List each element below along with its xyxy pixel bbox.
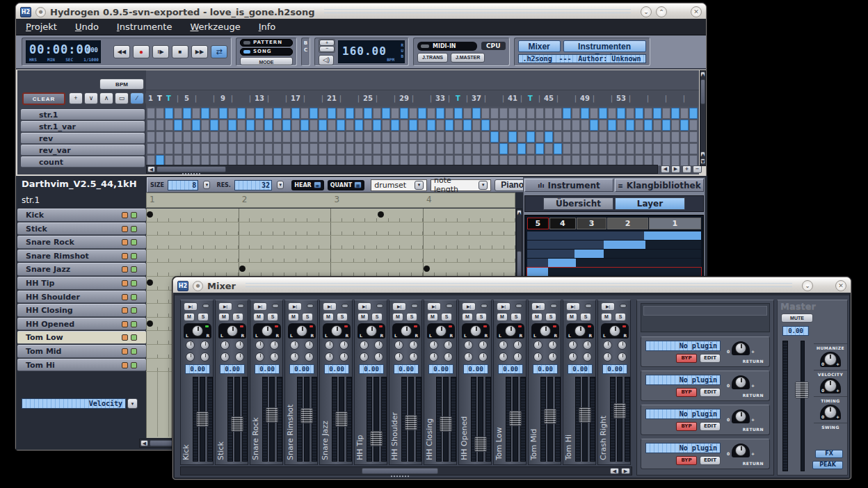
song-cell[interactable] (689, 131, 698, 143)
clear-sequence-button[interactable]: CLEAR (22, 92, 65, 105)
song-cell[interactable] (255, 131, 264, 143)
note-length-select[interactable]: note length ▼ (431, 179, 491, 191)
song-cell[interactable] (545, 143, 553, 154)
strip-fader-handle[interactable] (474, 437, 487, 452)
song-cell[interactable] (617, 120, 625, 131)
song-cell[interactable] (554, 131, 562, 143)
instrument-row-Snare-Rimshot[interactable]: Snare Rimshot (17, 250, 146, 263)
note-dot[interactable] (378, 211, 384, 218)
timeline-col-5[interactable]: 5 (182, 90, 191, 106)
song-cell[interactable] (554, 120, 562, 131)
song-cell[interactable] (228, 131, 236, 143)
song-cell[interactable] (572, 120, 580, 131)
layer-header-1[interactable]: 1 (649, 218, 701, 229)
song-cell[interactable] (581, 143, 589, 154)
fx-edit-button[interactable]: EDIT (700, 388, 721, 397)
menu-projekt[interactable]: Projekt (26, 22, 57, 32)
resolution-dropdown-icon[interactable]: ▼ (277, 181, 284, 189)
solo-led[interactable] (131, 280, 137, 286)
song-cell[interactable] (192, 131, 200, 143)
timeline-col-14[interactable]: | (264, 90, 273, 106)
song-tool-1-button[interactable]: ∨ (84, 92, 98, 104)
song-cell[interactable] (300, 131, 309, 143)
fx-send-knob-4[interactable] (618, 352, 627, 361)
strip-play-button[interactable]: ▶| (601, 302, 615, 311)
strip-fader-handle[interactable] (370, 431, 383, 446)
song-cell[interactable] (617, 131, 625, 143)
strip-pan-knob[interactable]: LR (566, 323, 594, 339)
fx-send-knob-1[interactable] (533, 341, 542, 350)
song-cell[interactable] (689, 108, 698, 119)
timeline-col-10[interactable]: | (227, 90, 236, 106)
song-cell[interactable] (237, 120, 246, 131)
fx-send-knob-3[interactable] (325, 352, 334, 361)
song-cell[interactable] (608, 108, 616, 119)
fx-send-knob-3[interactable] (568, 352, 577, 361)
timeline-col-44[interactable]: | (535, 90, 544, 106)
fx-send-knob-3[interactable] (499, 352, 508, 361)
strip-mute-button[interactable]: M (392, 313, 403, 321)
instrument-row-Snare-Jazz[interactable]: Snare Jazz (17, 263, 146, 276)
timeline-col-29[interactable]: 29 (399, 90, 408, 106)
song-cell[interactable] (364, 120, 372, 131)
timeline-col-30[interactable]: | (408, 90, 417, 106)
song-cell[interactable] (273, 108, 282, 119)
song-cell[interactable] (228, 120, 236, 131)
song-cell[interactable] (201, 108, 209, 119)
window-menu-icon[interactable]: ● (35, 7, 46, 17)
mute-led[interactable] (122, 348, 128, 355)
timeline-col-35[interactable]: T (453, 90, 463, 106)
mixer-hscroll-handle[interactable] (362, 468, 438, 474)
song-vscroll-handle[interactable] (700, 79, 705, 104)
song-cell[interactable] (689, 143, 698, 154)
song-cell[interactable] (635, 131, 643, 143)
solo-led[interactable] (131, 253, 137, 259)
song-cell[interactable] (454, 108, 463, 119)
strip-mute-button[interactable]: M (462, 313, 473, 321)
song-cell[interactable] (463, 143, 472, 154)
song-cell[interactable] (174, 143, 182, 154)
timeline-col-47[interactable] (562, 90, 571, 106)
fx-send-knob-4[interactable] (305, 352, 314, 361)
strip-pan-knob[interactable]: LR (323, 323, 351, 339)
note-dot[interactable] (147, 320, 153, 327)
timeline-col-51[interactable] (598, 90, 607, 106)
song-cell[interactable] (671, 108, 680, 119)
pattern-item-rev_var[interactable]: rev_var (21, 145, 145, 156)
solo-led[interactable] (131, 348, 137, 355)
pe-scroll-left-icon[interactable]: ◀ (140, 440, 148, 446)
fx-send-knob-3[interactable] (255, 352, 264, 361)
timeline-col-26[interactable]: | (372, 90, 381, 106)
song-cell[interactable] (219, 131, 227, 143)
fx-edit-button[interactable]: EDIT (700, 456, 721, 465)
fx-send-knob-4[interactable] (235, 352, 244, 361)
mixer-titlebar[interactable]: H2 ● Mixer ⌄ ✕ (173, 277, 851, 294)
song-cell[interactable] (635, 120, 643, 131)
fx-send-knob-2[interactable] (305, 341, 314, 350)
pattern-mode-led[interactable]: PATTERN (240, 39, 293, 47)
pan-knob-dial[interactable] (470, 325, 481, 336)
fx-send-knob-2[interactable] (583, 341, 592, 350)
timeline-col-39[interactable] (490, 90, 499, 106)
song-cell[interactable] (517, 120, 526, 131)
size-dropdown-icon[interactable]: ▼ (203, 181, 210, 189)
note-dot[interactable] (147, 279, 153, 286)
master-knob-velocity[interactable]: 0+ (820, 378, 841, 395)
strip-mute-button[interactable]: M (497, 313, 508, 321)
song-cell[interactable] (527, 108, 535, 119)
song-cell[interactable] (481, 143, 490, 154)
note-row-Snare-Rock[interactable] (146, 236, 515, 250)
song-cell[interactable] (436, 108, 444, 119)
mixer-scroll-right-icon[interactable]: ▶ (621, 468, 630, 474)
fx-send-knob-1[interactable] (568, 341, 577, 350)
song-cell[interactable] (644, 120, 652, 131)
song-cell[interactable] (508, 143, 517, 154)
song-cell[interactable] (463, 108, 472, 119)
fx-send-knob-2[interactable] (409, 341, 418, 350)
fx-send-knob-3[interactable] (533, 352, 542, 361)
note-length-dropdown-icon[interactable]: ▼ (479, 181, 488, 190)
timeline-col-11[interactable] (236, 90, 246, 106)
song-cell[interactable] (373, 108, 381, 119)
solo-led[interactable] (131, 334, 137, 341)
song-cell[interactable] (445, 143, 453, 154)
